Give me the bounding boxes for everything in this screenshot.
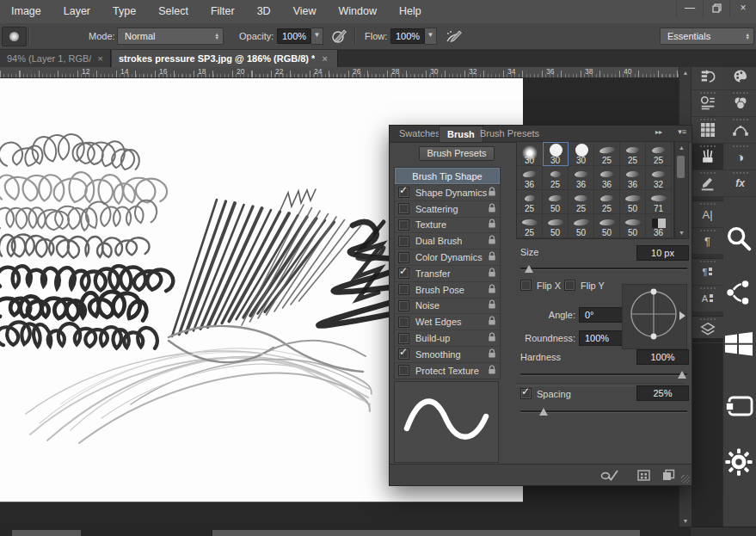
- restore-button[interactable]: [703, 0, 729, 17]
- brush-tip-cell[interactable]: 25: [543, 166, 569, 190]
- brush-option-noise[interactable]: Noise: [395, 298, 500, 314]
- spacing-slider[interactable]: [520, 406, 687, 416]
- option-checkbox[interactable]: [398, 203, 409, 214]
- lock-icon[interactable]: [488, 203, 496, 215]
- brush-option-dual-brush[interactable]: Dual Brush: [395, 232, 500, 249]
- workspace-switcher[interactable]: Essentials▲▼: [660, 28, 754, 45]
- brush-tip-cell[interactable]: 50: [569, 214, 594, 238]
- history-panel-icon[interactable]: [691, 64, 723, 90]
- scroll-down-arrow-icon[interactable]: ▼: [675, 227, 688, 238]
- option-checkbox[interactable]: [398, 219, 409, 231]
- option-checkbox[interactable]: [398, 236, 409, 247]
- lock-icon[interactable]: [488, 268, 496, 280]
- flip-y-checkbox[interactable]: [564, 280, 575, 291]
- brush-tip-cell[interactable]: 71: [646, 190, 672, 214]
- opacity-dropdown-arrow[interactable]: ▼: [311, 28, 323, 45]
- brush-tip-cell[interactable]: 30: [543, 142, 569, 166]
- brush-tip-cell[interactable]: 50: [594, 214, 620, 238]
- brush-tip-cell[interactable]: 25: [517, 214, 543, 238]
- live-tip-preview-icon[interactable]: [600, 469, 619, 484]
- menu-layer[interactable]: Layer: [52, 0, 101, 23]
- paths-panel-icon[interactable]: [723, 117, 756, 144]
- tab-close-icon[interactable]: ×: [322, 53, 327, 64]
- document-tab[interactable]: strokes pressure SP3.jpg @ 186% (RGB/8) …: [112, 49, 338, 67]
- size-slider[interactable]: [520, 263, 687, 274]
- scroll-up-arrow-icon[interactable]: ▲: [679, 67, 691, 78]
- new-brush-icon[interactable]: [661, 469, 675, 484]
- brush-tip-cell[interactable]: 50: [620, 214, 646, 238]
- brush-grid-scrollbar[interactable]: ▲ ▼: [674, 141, 689, 239]
- mode-dropdown[interactable]: Normal▲▼: [117, 28, 224, 45]
- minimize-button[interactable]: —: [676, 0, 703, 17]
- spacing-checkbox[interactable]: ✓: [520, 388, 532, 399]
- charm-devices-icon[interactable]: [722, 391, 755, 423]
- paragraph-styles-panel-icon[interactable]: ¶: [691, 259, 723, 286]
- adjustments-panel-icon[interactable]: [691, 90, 723, 117]
- brush-tip-cell[interactable]: 50: [620, 190, 646, 214]
- lock-icon[interactable]: [488, 348, 496, 360]
- brush-tip-cell[interactable]: 25: [569, 190, 594, 214]
- menu-help[interactable]: Help: [388, 0, 433, 23]
- lock-icon[interactable]: [488, 332, 496, 344]
- spacing-value[interactable]: 25%: [636, 385, 689, 401]
- channels-panel-icon[interactable]: [723, 90, 756, 117]
- menu-select[interactable]: Select: [147, 0, 200, 23]
- slider-thumb[interactable]: [678, 371, 686, 379]
- tab-close-icon[interactable]: ×: [98, 53, 103, 64]
- brush-option-transfer[interactable]: ✓Transfer: [395, 265, 500, 281]
- tool-presets-panel-icon[interactable]: [691, 170, 723, 197]
- flip-x-option[interactable]: Flip X: [520, 280, 561, 291]
- charm-search-icon[interactable]: [722, 222, 755, 255]
- brush-option-protect-texture[interactable]: Protect Texture: [395, 362, 500, 379]
- lock-icon[interactable]: [488, 299, 496, 311]
- option-checkbox[interactable]: [398, 317, 409, 328]
- layers-panel-icon[interactable]: [691, 317, 723, 343]
- brush-tip-cell[interactable]: 25: [594, 190, 620, 214]
- brush-tip-cell[interactable]: 36: [517, 166, 543, 190]
- lock-icon[interactable]: [488, 365, 496, 377]
- brush-tip-shape-button[interactable]: Brush Tip Shape: [395, 168, 500, 184]
- panel-collapse-icon[interactable]: ▸▸: [655, 128, 662, 136]
- flip-x-checkbox[interactable]: [520, 280, 532, 291]
- document-tab[interactable]: 94% (Layer 1, RGB/8) *×: [0, 49, 111, 67]
- scrollbar-thumb[interactable]: [677, 156, 685, 178]
- option-checkbox[interactable]: [398, 300, 409, 311]
- character-styles-panel-icon[interactable]: A: [691, 286, 723, 312]
- option-checkbox[interactable]: [398, 284, 409, 295]
- paragraph-panel-icon[interactable]: ¶: [691, 228, 723, 255]
- hardness-slider[interactable]: [520, 369, 687, 379]
- styles-panel-icon[interactable]: fx: [723, 170, 756, 197]
- brush-presets-button[interactable]: Brush Presets: [419, 146, 495, 161]
- lock-icon[interactable]: [488, 251, 496, 263]
- charm-start-icon[interactable]: [722, 328, 755, 360]
- brush-tip-cell[interactable]: 36: [646, 214, 672, 238]
- brush-tip-cell[interactable]: 36: [569, 166, 594, 190]
- brush-option-wet-edges[interactable]: Wet Edges: [395, 313, 500, 330]
- brush-tip-cell[interactable]: 25: [517, 190, 543, 214]
- lock-icon[interactable]: [488, 284, 496, 296]
- brush-tip-cell[interactable]: 25: [594, 142, 620, 166]
- slider-thumb[interactable]: [539, 408, 548, 416]
- option-checkbox[interactable]: ✓: [398, 268, 409, 279]
- size-value[interactable]: 10 px: [636, 245, 689, 261]
- option-checkbox[interactable]: [398, 252, 409, 263]
- angle-value[interactable]: 0°: [579, 307, 628, 323]
- adjustments-half-panel-icon[interactable]: ◑: [723, 144, 756, 170]
- brush-tip-cell[interactable]: 30: [517, 142, 543, 166]
- brush-tip-cell[interactable]: 30: [569, 142, 594, 166]
- brush-option-smoothing[interactable]: ✓Smoothing: [395, 346, 500, 362]
- brush-tip-cell[interactable]: 50: [543, 190, 569, 214]
- brush-tip-cell[interactable]: 25: [620, 142, 646, 166]
- menu-type[interactable]: Type: [101, 0, 147, 23]
- option-checkbox[interactable]: ✓: [398, 348, 409, 360]
- spacing-option[interactable]: ✓ Spacing: [520, 388, 571, 399]
- charm-share-icon[interactable]: [722, 276, 755, 309]
- roundness-value[interactable]: 100%: [579, 330, 628, 346]
- menu-3d[interactable]: 3D: [246, 0, 282, 23]
- tab-brush-presets[interactable]: Brush Presets: [472, 126, 547, 141]
- pressure-opacity-icon[interactable]: [331, 23, 347, 49]
- swatches-grid-panel-icon[interactable]: [691, 117, 723, 144]
- preset-manager-icon[interactable]: [637, 469, 650, 484]
- flip-y-option[interactable]: Flip Y: [564, 280, 605, 291]
- hardness-value[interactable]: 100%: [636, 349, 689, 365]
